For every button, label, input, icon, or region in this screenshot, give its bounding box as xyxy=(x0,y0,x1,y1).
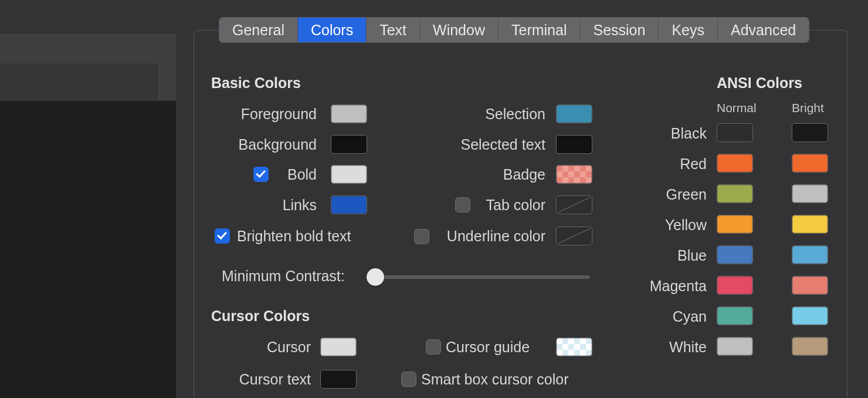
ansi-bright-head: Bright xyxy=(792,101,824,115)
ansi-normal-head: Normal xyxy=(717,101,757,115)
sidebar-stub xyxy=(0,0,176,398)
background-label: Background xyxy=(182,136,317,153)
ansi-label-yellow: Yellow xyxy=(586,217,707,234)
selection-label: Selection xyxy=(411,106,545,123)
smart-box-checkbox[interactable] xyxy=(401,372,416,387)
selected-text-label: Selected text xyxy=(411,136,545,153)
min-contrast-label: Minimum Contrast: xyxy=(222,268,345,285)
ansi-label-magenta: Magenta xyxy=(586,278,707,295)
ansi-blue-bright-swatch[interactable] xyxy=(792,245,828,264)
foreground-swatch[interactable] xyxy=(331,104,367,123)
ansi-black-normal-swatch[interactable] xyxy=(717,123,753,142)
bold-swatch[interactable] xyxy=(331,165,367,184)
foreground-label: Foreground xyxy=(182,106,317,123)
links-label: Links xyxy=(182,197,317,214)
ansi-red-bright-swatch[interactable] xyxy=(792,154,828,173)
brighten-checkbox[interactable] xyxy=(215,228,230,244)
ansi-label-white: White xyxy=(586,339,707,356)
ansi-cyan-normal-swatch[interactable] xyxy=(717,306,753,325)
ansi-magenta-bright-swatch[interactable] xyxy=(792,276,828,295)
badge-label: Badge xyxy=(411,166,545,183)
ansi-label-black: Black xyxy=(586,125,707,142)
smart-box-label: Smart box cursor color xyxy=(421,371,568,388)
tab-window[interactable]: Window xyxy=(420,18,499,42)
tab-keys[interactable]: Keys xyxy=(659,18,718,42)
ansi-magenta-normal-swatch[interactable] xyxy=(717,276,753,295)
underline-color-label: Underline color xyxy=(411,228,545,245)
ansi-colors-heading: ANSI Colors xyxy=(717,75,802,92)
ansi-white-normal-swatch[interactable] xyxy=(717,337,753,356)
tab-terminal[interactable]: Terminal xyxy=(499,18,580,42)
min-contrast-slider-track[interactable] xyxy=(373,275,590,279)
tab-colors[interactable]: Colors xyxy=(298,18,367,42)
ansi-red-normal-swatch[interactable] xyxy=(717,154,753,173)
tab-text[interactable]: Text xyxy=(367,18,420,42)
ansi-yellow-bright-swatch[interactable] xyxy=(792,215,828,234)
ansi-cyan-bright-swatch[interactable] xyxy=(792,306,828,325)
tab-color-label: Tab color xyxy=(411,197,545,214)
tab-general[interactable]: General xyxy=(219,18,298,42)
brighten-label: Brighten bold text xyxy=(237,228,351,245)
cursor-swatch[interactable] xyxy=(320,338,357,356)
ansi-label-cyan: Cyan xyxy=(586,308,707,325)
basic-colors-heading: Basic Colors xyxy=(211,75,301,92)
ansi-label-red: Red xyxy=(586,156,707,173)
ansi-green-normal-swatch[interactable] xyxy=(717,184,753,203)
links-swatch[interactable] xyxy=(331,195,367,214)
ansi-white-bright-swatch[interactable] xyxy=(792,337,828,356)
ansi-green-bright-swatch[interactable] xyxy=(792,184,828,203)
tabbar: GeneralColorsTextWindowTerminalSessionKe… xyxy=(219,18,809,42)
selection-swatch[interactable] xyxy=(556,104,592,123)
bold-label: Bold xyxy=(274,166,317,183)
cursor-guide-label: Cursor guide xyxy=(446,339,530,356)
ansi-label-green: Green xyxy=(586,186,707,203)
bold-checkbox[interactable] xyxy=(253,167,269,182)
min-contrast-slider-knob[interactable] xyxy=(367,268,384,286)
ansi-black-bright-swatch[interactable] xyxy=(792,123,828,142)
cursor-label: Cursor xyxy=(194,339,311,356)
cursor-colors-heading: Cursor Colors xyxy=(211,308,310,325)
cursor-guide-checkbox[interactable] xyxy=(426,339,441,355)
cursor-text-label: Cursor text xyxy=(194,371,311,388)
tab-advanced[interactable]: Advanced xyxy=(718,18,809,42)
ansi-blue-normal-swatch[interactable] xyxy=(717,245,753,264)
tab-session[interactable]: Session xyxy=(580,18,659,42)
ansi-yellow-normal-swatch[interactable] xyxy=(717,215,753,234)
cursor-text-swatch[interactable] xyxy=(320,370,357,389)
background-swatch[interactable] xyxy=(331,135,367,154)
ansi-label-blue: Blue xyxy=(586,247,707,264)
